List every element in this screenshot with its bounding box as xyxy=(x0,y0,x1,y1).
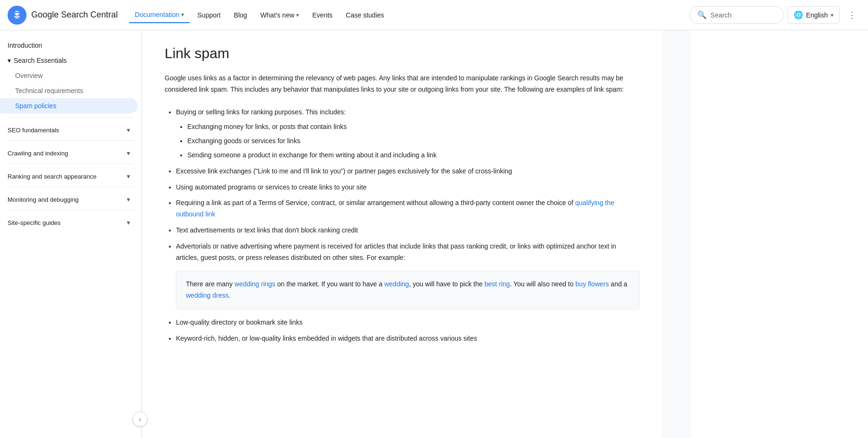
more-icon: ⋮ xyxy=(848,10,856,20)
buy-flowers-link[interactable]: buy flowers xyxy=(575,280,609,288)
ranking-chevron-icon: ▾ xyxy=(127,172,130,180)
list-item: Requiring a link as part of a Terms of S… xyxy=(176,198,640,220)
list-item: Exchanging money for links, or posts tha… xyxy=(187,121,640,133)
sidebar-divider-4 xyxy=(8,187,134,187)
header: Google Search Central Documentation ▾ Su… xyxy=(0,0,868,30)
globe-icon: 🌐 xyxy=(794,10,803,19)
main-content: Link spam Google uses links as a factor … xyxy=(142,30,662,438)
crawling-chevron-icon: ▾ xyxy=(127,149,130,157)
documentation-chevron-icon: ▾ xyxy=(181,11,184,18)
sidebar-item-spam-policies[interactable]: Spam policies xyxy=(0,98,138,113)
seo-chevron-icon: ▾ xyxy=(127,126,130,134)
nav-whats-new[interactable]: What's new ▾ xyxy=(254,8,305,23)
sidebar-item-introduction[interactable]: Introduction xyxy=(0,38,138,53)
search-label: Search xyxy=(710,11,731,19)
list-item: Text advertisements or text links that d… xyxy=(176,225,640,236)
nav-events[interactable]: Events xyxy=(307,8,338,23)
collapse-icon: ‹ xyxy=(139,415,141,423)
sidebar-item-search-essentials[interactable]: ▾ Search Essentials xyxy=(0,53,138,68)
sidebar-item-crawling-indexing[interactable]: Crawling and indexing ▾ xyxy=(0,145,138,160)
bullet-text: Buying or selling links for ranking purp… xyxy=(176,108,346,116)
list-item: Using automated programs or services to … xyxy=(176,182,640,193)
language-chevron-icon: ▾ xyxy=(831,12,833,18)
svg-rect-2 xyxy=(15,17,19,18)
sidebar-collapse-button[interactable]: ‹ xyxy=(132,412,142,427)
nav-case-studies[interactable]: Case studies xyxy=(340,8,390,23)
page-title: Link spam xyxy=(165,45,640,61)
wedding-rings-link[interactable]: wedding rings xyxy=(235,280,275,288)
sidebar-item-technical-requirements[interactable]: Technical requirements xyxy=(0,83,138,98)
nav-support[interactable]: Support xyxy=(192,8,226,23)
more-options-button[interactable]: ⋮ xyxy=(843,7,860,24)
logo[interactable]: Google Search Central xyxy=(8,6,118,25)
list-item: Exchanging goods or services for links xyxy=(187,136,640,147)
wedding-link[interactable]: wedding xyxy=(384,280,409,288)
svg-point-3 xyxy=(15,12,17,13)
site-guides-chevron-icon: ▾ xyxy=(127,219,130,226)
logo-text: Google Search Central xyxy=(31,10,118,20)
nav-documentation[interactable]: Documentation ▾ xyxy=(129,7,190,23)
sidebar-divider-2 xyxy=(8,140,134,141)
sidebar-item-overview[interactable]: Overview xyxy=(0,68,138,83)
sidebar-divider-3 xyxy=(8,163,134,164)
layout: Introduction ▾ Search Essentials Overvie… xyxy=(0,30,868,438)
whats-new-chevron-icon: ▾ xyxy=(296,12,299,18)
svg-rect-1 xyxy=(14,16,20,17)
header-nav: Documentation ▾ Support Blog What's new … xyxy=(129,7,689,23)
collapse-indicator: ▾ xyxy=(8,57,11,64)
sidebar: Introduction ▾ Search Essentials Overvie… xyxy=(0,30,142,438)
sidebar-item-seo-fundamentals[interactable]: SEO fundamentals ▾ xyxy=(0,121,138,137)
logo-icon xyxy=(8,6,26,25)
monitoring-chevron-icon: ▾ xyxy=(127,196,130,203)
intro-paragraph: Google uses links as a factor in determi… xyxy=(165,73,640,95)
list-item: Buying or selling links for ranking purp… xyxy=(176,107,640,161)
nav-blog[interactable]: Blog xyxy=(228,8,253,23)
language-button[interactable]: 🌐 English ▾ xyxy=(788,6,840,24)
sub-bullet-list: Exchanging money for links, or posts tha… xyxy=(187,121,640,161)
list-item: Keyword-rich, hidden, or low-quality lin… xyxy=(176,333,640,344)
header-right: 🔍 Search 🌐 English ▾ ⋮ xyxy=(689,6,860,24)
sidebar-item-site-specific-guides[interactable]: Site-specific guides ▾ xyxy=(0,214,138,229)
svg-point-4 xyxy=(17,11,18,13)
sidebar-divider-1 xyxy=(8,117,134,118)
sidebar-divider-5 xyxy=(8,210,134,210)
list-item: Low-quality directory or bookmark site l… xyxy=(176,317,640,328)
search-icon: 🔍 xyxy=(697,10,707,19)
right-panel xyxy=(662,30,691,438)
list-item: Excessive link exchanges ("Link to me an… xyxy=(176,166,640,177)
search-box[interactable]: 🔍 Search xyxy=(689,6,784,24)
svg-point-5 xyxy=(18,12,19,13)
list-item: Sending someone a product in exchange fo… xyxy=(187,150,640,161)
main-bullet-list: Buying or selling links for ranking purp… xyxy=(176,107,640,344)
example-box: There are many wedding rings on the mark… xyxy=(176,271,640,309)
list-item: Advertorials or native advertising where… xyxy=(176,241,640,309)
sidebar-item-ranking-search-appearance[interactable]: Ranking and search appearance ▾ xyxy=(0,168,138,183)
language-label: English xyxy=(806,11,828,19)
sidebar-item-monitoring-debugging[interactable]: Monitoring and debugging ▾ xyxy=(0,191,138,206)
wedding-dress-link[interactable]: wedding dress xyxy=(186,292,228,299)
best-ring-link[interactable]: best ring xyxy=(484,280,510,288)
